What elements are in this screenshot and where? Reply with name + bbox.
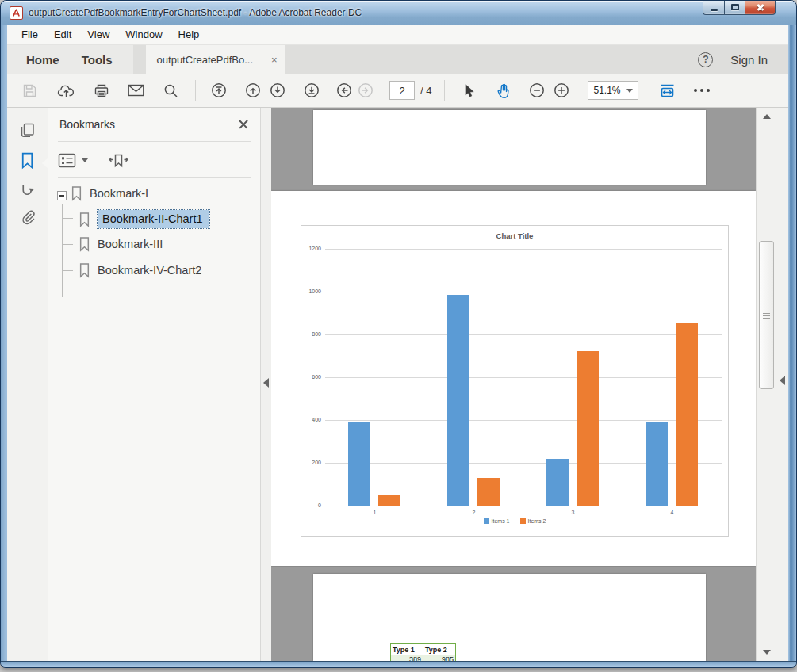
- tab-document-label: outputCreatePdfBo...: [157, 54, 253, 66]
- window-title: outputCreatePdfBookmarkEntryForChartShee…: [29, 7, 362, 18]
- forward-icon[interactable]: [358, 82, 374, 98]
- page-thumbnails-icon[interactable]: [19, 122, 36, 139]
- more-tools-icon[interactable]: [694, 89, 710, 92]
- bookmark-item-selected[interactable]: Bookmark-II-Chart1: [79, 210, 209, 228]
- table-cell: 389: [391, 655, 423, 662]
- window-controls: [703, 0, 776, 15]
- table-cell: 985: [423, 655, 456, 662]
- tab-document[interactable]: outputCreatePdfBo... ×: [146, 45, 285, 74]
- tab-close-icon[interactable]: ×: [271, 54, 278, 66]
- window-frame: File Edit View Window Help Home Tools ou…: [1, 25, 796, 661]
- chevron-down-icon: [82, 158, 88, 162]
- pdf-page-1: [313, 110, 706, 185]
- window-bottom-border: [1, 661, 796, 668]
- table-header-cell: Type 1: [391, 644, 423, 655]
- bookmarks-panel-title: Bookmarks: [59, 118, 115, 131]
- chart-bar: [447, 295, 469, 506]
- zoom-level-select[interactable]: 51.1%: [588, 81, 638, 100]
- tools-pane-strip[interactable]: [776, 108, 788, 661]
- print-icon[interactable]: [94, 83, 109, 98]
- menu-view[interactable]: View: [79, 25, 117, 44]
- maximize-button[interactable]: [724, 0, 745, 15]
- close-button[interactable]: [745, 0, 776, 15]
- y-tick-label: 800: [301, 331, 321, 337]
- sign-in-button[interactable]: Sign In: [730, 53, 768, 67]
- legend-swatch: [484, 518, 489, 524]
- x-tick-label: 1: [366, 510, 385, 515]
- title-bar[interactable]: outputCreatePdfBookmarkEntryForChartShee…: [1, 1, 796, 25]
- gridline: [325, 292, 722, 292]
- page-number-input[interactable]: [389, 81, 415, 100]
- y-tick-label: 600: [301, 374, 321, 380]
- gridline: [325, 420, 722, 421]
- collapse-panel-icon[interactable]: [263, 378, 269, 388]
- pdf-page-3: Type 1 Type 2 389 985: [313, 574, 706, 661]
- y-tick-label: 1000: [301, 288, 321, 294]
- gridline: [325, 334, 722, 335]
- document-pane[interactable]: Chart Title Items 1Items 2 0200400600800…: [271, 108, 756, 661]
- chart-bar: [477, 478, 500, 506]
- chart-bar: [646, 422, 668, 506]
- gridline: [325, 377, 722, 378]
- maximize-icon: [731, 4, 739, 10]
- save-icon[interactable]: [22, 83, 37, 98]
- scroll-up-icon[interactable]: [763, 114, 771, 119]
- menu-window[interactable]: Window: [117, 25, 170, 44]
- bookmark-item[interactable]: Bookmark-IV-Chart2: [79, 262, 201, 278]
- navigation-rail: [7, 108, 48, 661]
- signatures-icon[interactable]: [19, 182, 36, 199]
- zoom-in-icon[interactable]: [554, 82, 569, 98]
- tab-home[interactable]: Home: [15, 45, 71, 74]
- bar-chart: Chart Title Items 1Items 2 0200400600800…: [301, 225, 729, 537]
- vertical-scrollbar[interactable]: [756, 108, 776, 661]
- collapse-toggle-icon[interactable]: [57, 191, 67, 200]
- panel-close-icon[interactable]: [238, 119, 249, 130]
- bookmark-label: Bookmark-III: [98, 238, 163, 250]
- table-header-cell: Type 2: [423, 644, 456, 655]
- minimize-icon: [711, 9, 718, 11]
- y-tick-label: 200: [301, 460, 321, 465]
- chart-bar: [577, 351, 599, 506]
- bookmarks-tree: Bookmark-I Bookmark-II-Chart1 Bookmark-I…: [48, 184, 260, 422]
- fit-width-icon[interactable]: [659, 83, 676, 98]
- bookmark-label: Bookmark-IV-Chart2: [98, 264, 201, 277]
- page-total-label: / 4: [420, 85, 431, 97]
- close-icon: [756, 2, 765, 12]
- bookmark-item-root[interactable]: Bookmark-I: [71, 185, 148, 201]
- app-tabs-group: Home Tools: [7, 45, 133, 74]
- share-upload-icon[interactable]: [57, 83, 75, 98]
- menu-file[interactable]: File: [13, 25, 46, 44]
- panel-splitter[interactable]: [260, 108, 271, 661]
- bookmarks-panel-icon[interactable]: [19, 151, 36, 170]
- search-icon[interactable]: [163, 83, 178, 98]
- chart-legend: Items 1Items 2: [301, 518, 728, 524]
- expand-current-bookmark-icon[interactable]: [108, 151, 129, 170]
- legend-swatch: [520, 518, 526, 524]
- zoom-out-icon[interactable]: [529, 82, 545, 98]
- minimize-button[interactable]: [703, 0, 724, 15]
- help-icon[interactable]: ?: [698, 52, 713, 67]
- menu-edit[interactable]: Edit: [46, 25, 79, 44]
- next-page-icon[interactable]: [270, 82, 285, 98]
- bookmarks-toolbar: [58, 148, 129, 172]
- bookmark-options-icon[interactable]: [58, 152, 88, 169]
- menu-help[interactable]: Help: [171, 25, 208, 44]
- y-tick-label: 400: [301, 417, 321, 422]
- pdf-page-2: Chart Title Items 1Items 2 0200400600800…: [271, 191, 756, 566]
- tab-tools[interactable]: Tools: [71, 45, 124, 74]
- scroll-down-icon[interactable]: [763, 650, 771, 655]
- bookmark-item[interactable]: Bookmark-III: [79, 236, 163, 252]
- first-page-icon[interactable]: [211, 82, 227, 98]
- bookmark-label: Bookmark-II-Chart1: [102, 212, 203, 225]
- legend-item: Items 1: [484, 518, 510, 524]
- acrobat-pdf-icon: [10, 6, 23, 20]
- last-page-icon[interactable]: [304, 82, 320, 98]
- previous-page-icon[interactable]: [245, 82, 261, 98]
- hand-tool-icon[interactable]: [496, 82, 512, 99]
- email-icon[interactable]: [128, 84, 144, 97]
- attachments-paperclip-icon[interactable]: [19, 209, 36, 227]
- scrollbar-thumb[interactable]: [759, 241, 774, 389]
- expand-tools-pane-icon[interactable]: [780, 376, 785, 385]
- back-icon[interactable]: [336, 82, 352, 98]
- select-tool-icon[interactable]: [462, 83, 475, 98]
